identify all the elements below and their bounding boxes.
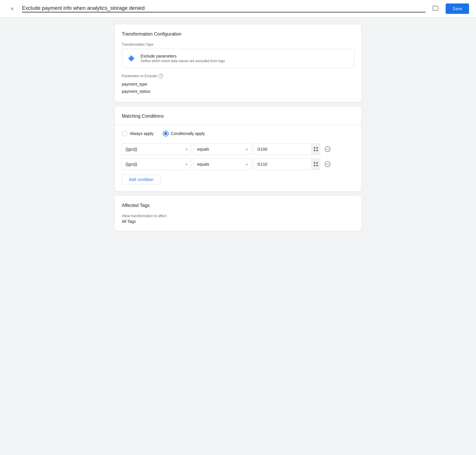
folder-icon	[432, 6, 439, 12]
condition-2-grid-button[interactable]	[311, 159, 320, 170]
condition-2-variable-chevron: ▾	[186, 163, 187, 166]
page-title: Exclude payment info when analytics_stor…	[22, 5, 425, 12]
exclude-params-icon	[127, 54, 136, 63]
svg-rect-3	[316, 147, 318, 149]
grid-icon-2	[313, 162, 318, 167]
conditionally-apply-label: Conditionally apply	[171, 131, 205, 136]
transformation-config-card: Transformation Configuration Transformat…	[115, 25, 361, 102]
close-icon: ×	[10, 5, 14, 12]
condition-2-value-input-wrapper	[254, 158, 320, 170]
header: × Exclude payment info when analytics_st…	[0, 0, 476, 18]
transformation-type-box: Exclude parameters Define which event da…	[122, 49, 354, 68]
condition-1-variable-chevron: ▾	[186, 148, 187, 151]
condition-1-grid-button[interactable]	[311, 144, 320, 155]
matching-conditions-title: Matching Conditions	[122, 114, 354, 119]
affected-tags-title: Affected Tags	[122, 203, 354, 208]
condition-2-operator-chevron: ▾	[246, 163, 248, 166]
conditionally-apply-option[interactable]: Conditionally apply	[163, 131, 205, 136]
apply-radio-group: Always apply Conditionally apply	[122, 131, 354, 136]
svg-rect-2	[314, 147, 315, 149]
add-condition-button[interactable]: Add condition	[122, 175, 161, 184]
type-desc: Define which event data values are exclu…	[141, 59, 225, 63]
help-icon[interactable]: ?	[158, 74, 163, 78]
svg-rect-10	[314, 165, 315, 166]
condition-1-variable-select[interactable]: {{gcs}} ▾	[122, 143, 191, 155]
svg-rect-4	[314, 150, 315, 151]
grid-icon-1	[313, 147, 318, 151]
condition-2-operator-select[interactable]: equals ▾	[193, 158, 251, 170]
condition-1-operator-value: equals	[197, 147, 244, 151]
divider	[115, 125, 361, 125]
condition-1-operator-select[interactable]: equals ▾	[193, 143, 251, 155]
param-payment-type: payment_type	[122, 81, 354, 88]
type-name: Exclude parameters	[141, 54, 225, 58]
svg-rect-9	[316, 162, 318, 164]
condition-1-remove-button[interactable]	[322, 144, 333, 154]
affected-tags-value: All Tags	[122, 219, 354, 224]
affected-tags-card: Affected Tags Allow transformation to af…	[115, 196, 361, 231]
always-apply-label: Always apply	[130, 131, 154, 136]
always-apply-option[interactable]: Always apply	[122, 131, 154, 136]
transformation-type-label: Transformation Type	[122, 42, 354, 47]
condition-1-operator-chevron: ▾	[246, 148, 248, 151]
condition-1-variable-value: {{gcs}}	[126, 147, 184, 151]
close-button[interactable]: ×	[7, 3, 17, 14]
matching-conditions-card: Matching Conditions Always apply Conditi…	[115, 107, 361, 191]
folder-button[interactable]	[430, 4, 441, 14]
svg-rect-11	[316, 165, 318, 166]
transformation-config-title: Transformation Configuration	[122, 32, 354, 37]
save-button[interactable]: Save	[446, 3, 469, 14]
condition-1-value-input-wrapper	[254, 143, 320, 155]
remove-icon-1	[324, 146, 331, 152]
condition-row-2: {{gcs}} ▾ equals ▾	[122, 158, 354, 170]
condition-2-variable-value: {{gcs}}	[126, 162, 184, 167]
svg-rect-8	[314, 162, 315, 164]
condition-row-1: {{gcs}} ▾ equals ▾	[122, 143, 354, 155]
svg-rect-5	[316, 150, 318, 151]
remove-icon-2	[324, 161, 331, 167]
param-payment-status: payment_status	[122, 88, 354, 95]
condition-2-variable-select[interactable]: {{gcs}} ▾	[122, 158, 191, 170]
condition-1-value-input[interactable]	[254, 144, 311, 155]
condition-2-operator-value: equals	[197, 162, 244, 167]
conditionally-apply-radio[interactable]	[163, 131, 169, 136]
type-info: Exclude parameters Define which event da…	[141, 54, 225, 63]
allow-transformation-label: Allow transformation to affect	[122, 214, 354, 218]
always-apply-radio[interactable]	[122, 131, 128, 136]
condition-2-remove-button[interactable]	[322, 159, 333, 169]
main-content: Transformation Configuration Transformat…	[108, 18, 368, 238]
params-to-exclude-label: Parameters to Exclude ?	[122, 74, 354, 78]
condition-2-value-input[interactable]	[254, 159, 311, 170]
